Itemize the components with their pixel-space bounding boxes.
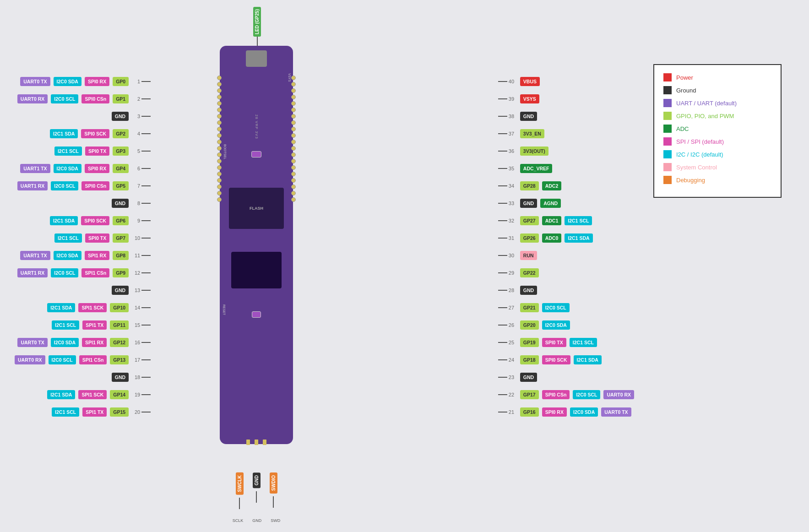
flash-label: FLASH xyxy=(250,206,263,211)
right-pin-dots xyxy=(291,76,296,202)
pin-num-18: 18 xyxy=(131,375,140,380)
main-container: Power Ground UART / UART (default) GPIO,… xyxy=(0,0,809,532)
pin-row-6: UART1 TX I2C0 SDA SPI0 RX GP4 6 xyxy=(14,162,151,175)
swclk-badge: SWCLK xyxy=(236,472,244,495)
legend-label-power: Power xyxy=(676,74,693,81)
pin-row-1: UART0 TX I2C0 SDA SPI0 RX GP0 1 xyxy=(14,75,151,88)
legend-item-uart: UART / UART (default) xyxy=(663,99,771,107)
badge-gnd-p33: GND xyxy=(520,199,537,208)
badge-uart0tx-p1: UART0 TX xyxy=(20,77,50,86)
connector-28 xyxy=(498,290,507,291)
badge-run: RUN xyxy=(520,251,537,260)
bootsel-label: BOOTSEL xyxy=(223,144,227,159)
connector-1 xyxy=(141,81,151,82)
pin-num-32: 32 xyxy=(509,218,518,223)
pin-num-6: 6 xyxy=(131,166,140,171)
legend-item-sysctrl: System Control xyxy=(663,163,771,171)
pin-num-19: 19 xyxy=(131,392,140,397)
badge-uart0tx-p21: UART0 TX xyxy=(601,407,631,417)
badge-i2c0sda-p21: I2C0 SDA xyxy=(570,407,598,417)
swdio-pin: SWDIO xyxy=(270,472,277,509)
connector-23 xyxy=(498,377,507,378)
gpio-color-swatch xyxy=(663,112,672,120)
badge-i2c0scl-p2: I2C0 SCL xyxy=(51,94,78,103)
badge-gp13: GP13 xyxy=(110,355,129,364)
badge-spi0rx-p6: SPI0 RX xyxy=(85,164,109,173)
badge-i2c1sda-p19: I2C1 SDA xyxy=(47,390,75,399)
pin-row-21: 21 GP16 SPI0 RX I2C0 SDA UART0 TX xyxy=(498,405,635,419)
badge-gp1: GP1 xyxy=(113,94,129,103)
connector-4 xyxy=(141,133,151,134)
connector-36 xyxy=(498,151,507,152)
badge-i2c1scl-p20: I2C1 SCL xyxy=(52,407,79,417)
connector-8 xyxy=(141,203,151,204)
badge-vsys: VSYS xyxy=(520,94,539,103)
badge-gnd-p13: GND xyxy=(112,286,129,295)
i2c-color-swatch xyxy=(663,150,672,158)
badge-vbus: VBUS xyxy=(520,77,540,86)
connector-10 xyxy=(141,238,151,239)
connector-26 xyxy=(498,325,507,326)
left-pins-container: UART0 TX I2C0 SDA SPI0 RX GP0 1 UART0 RX… xyxy=(14,75,151,421)
badge-uart0tx-p16: UART0 TX xyxy=(17,338,47,347)
pin-row-26: 26 GP20 I2C0 SDA xyxy=(498,318,635,332)
pin-num-7: 7 xyxy=(131,183,140,189)
badge-gp18: GP18 xyxy=(520,355,539,364)
reset-label: RESET xyxy=(223,304,226,315)
badge-i2c1scl-p5: I2C1 SCL xyxy=(54,147,82,156)
legend-label-i2c: I2C / I2C (default) xyxy=(676,151,723,158)
pin-row-9: I2C1 SDA SPI0 SCK GP6 9 xyxy=(14,214,151,228)
connector-22 xyxy=(498,394,507,395)
badge-adc1-p32: ADC1 xyxy=(542,216,562,225)
main-chip: FLASH xyxy=(229,188,284,229)
swclk-pin: SWCLK xyxy=(236,472,244,509)
led-badge: LED (GP25) xyxy=(253,7,261,37)
badge-agnd-p33: AGND xyxy=(540,199,561,208)
badge-uart0rx-p2: UART0 RX xyxy=(17,94,48,103)
badge-adcvref: ADC_VREF xyxy=(520,164,553,173)
pin-num-24: 24 xyxy=(509,357,518,363)
badge-i2c0sda-p1: I2C0 SDA xyxy=(54,77,81,86)
connector-34 xyxy=(498,185,507,186)
sysctrl-color-swatch xyxy=(663,163,672,171)
connector-19 xyxy=(141,394,151,395)
pin-row-2: UART0 RX I2C0 SCL SPI0 CSn GP1 2 xyxy=(14,92,151,106)
legend-label-uart: UART / UART (default) xyxy=(676,100,737,107)
badge-i2c1scl-p25: I2C1 SCL xyxy=(570,338,597,347)
pin-num-21: 21 xyxy=(509,409,518,415)
badge-gnd-p28: GND xyxy=(520,286,537,295)
badge-gp21: GP21 xyxy=(520,303,539,312)
badge-gnd-p23: GND xyxy=(520,373,537,382)
connector-5 xyxy=(141,151,151,152)
pin-num-13: 13 xyxy=(131,288,140,293)
pin-row-5: I2C1 SCL SPI0 TX GP3 5 xyxy=(14,144,151,158)
connector-38 xyxy=(498,116,507,117)
connector-30 xyxy=(498,255,507,256)
pin-num-14: 14 xyxy=(131,305,140,310)
badge-i2c0scl-p17: I2C0 SCL xyxy=(49,355,76,364)
pin-row-11: UART1 TX I2C0 SDA SPI1 RX GP8 11 xyxy=(14,249,151,262)
badge-spi0sck-p24: SPI0 SCK xyxy=(542,355,570,364)
gnd-bottom-pin: GND xyxy=(253,472,261,509)
pin-num-40: 40 xyxy=(509,79,518,84)
connector-7 xyxy=(141,185,151,186)
badge-i2c1scl-p10: I2C1 SCL xyxy=(54,233,82,243)
badge-spi0rx-p1: SPI0 RX xyxy=(85,77,109,86)
pin-row-15: I2C1 SCL SPI1 TX GP11 15 xyxy=(14,318,151,332)
pin-row-38: 38 GND xyxy=(498,109,635,123)
bottom-debug-pins: SWCLK GND SWDIO xyxy=(220,472,293,509)
connector-32 xyxy=(498,220,507,221)
pin-num-33: 33 xyxy=(509,201,518,206)
connector-35 xyxy=(498,168,507,169)
uart-color-swatch xyxy=(663,99,672,107)
pin-num-31: 31 xyxy=(509,235,518,241)
badge-i2c0sda-p11: I2C0 SDA xyxy=(54,251,81,260)
connector-18 xyxy=(141,377,151,378)
pin-num-5: 5 xyxy=(131,148,140,154)
connector-12 xyxy=(141,272,151,273)
badge-i2c1sda-p24: I2C1 SDA xyxy=(574,355,602,364)
pin-num-23: 23 xyxy=(509,375,518,380)
legend-item-ground: Ground xyxy=(663,86,771,94)
connector-3 xyxy=(141,116,151,117)
legend-label-spi: SPI / SPI (default) xyxy=(676,138,724,145)
